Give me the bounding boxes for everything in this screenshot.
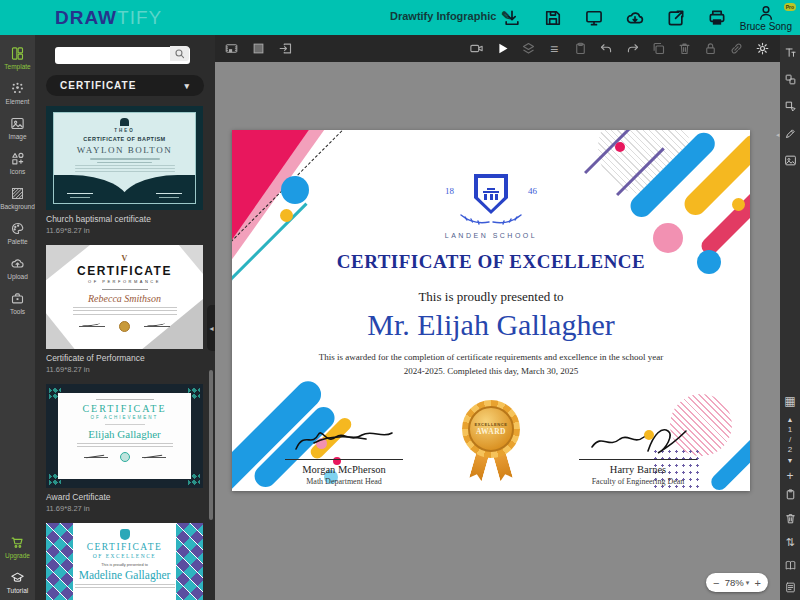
artboard-button[interactable] (250, 41, 266, 57)
list-view-button[interactable] (781, 578, 799, 596)
document-title-text: Drawtify Infographic (390, 10, 496, 22)
paste-button[interactable] (572, 41, 588, 57)
text-line-placeholder (75, 165, 175, 166)
record-button[interactable] (468, 41, 484, 57)
zoom-out-button[interactable]: − (713, 577, 719, 589)
clipboard-icon (573, 41, 588, 56)
presented-line[interactable]: This is proudly presented to (418, 289, 563, 305)
panel-scrollbar[interactable] (209, 370, 213, 520)
insert-button[interactable] (277, 41, 293, 57)
page-down-button[interactable]: ▼ (787, 457, 794, 464)
save-button[interactable] (541, 6, 565, 30)
layers-button[interactable] (520, 41, 536, 57)
lock-button[interactable] (702, 41, 718, 57)
image-tool-button[interactable] (781, 151, 799, 169)
template-thumb-performance[interactable]: V CERTIFICATE OF PERFORMANCE Rebecca Smi… (46, 245, 203, 349)
toolbar-right-group: ≡ (468, 41, 770, 57)
right-panel-collapse-handle[interactable]: ◂ (776, 131, 780, 139)
template-thumb-excellence[interactable]: CERTIFICATE OF EXCELLENCE This is proudl… (46, 523, 203, 600)
play-button[interactable] (494, 41, 510, 57)
sidebar-item-tools[interactable]: Tools (0, 286, 35, 321)
shape-tool-button[interactable] (781, 97, 799, 115)
film-frame-icon (224, 41, 239, 56)
sidebar-item-icons[interactable]: Icons (0, 146, 35, 181)
thumb-signature-row (79, 321, 170, 332)
zoom-in-button[interactable]: + (755, 577, 761, 589)
sidebar-item-image[interactable]: Image (0, 111, 35, 146)
undo-button[interactable] (598, 41, 614, 57)
reorder-pages-button[interactable]: ⇅ (781, 533, 799, 551)
align-button[interactable]: ≡ (546, 41, 562, 57)
duplicate-page-button[interactable] (781, 485, 799, 503)
text-line-placeholder (73, 314, 177, 315)
sidebar-item-element[interactable]: Element (0, 76, 35, 111)
category-dropdown[interactable]: CERTIFICATE ▾ (46, 75, 204, 96)
sidebar-item-template[interactable]: Template (0, 41, 35, 76)
toolbar-left-group (223, 41, 293, 57)
delete-button[interactable] (676, 41, 692, 57)
copy-icon (651, 41, 666, 56)
draw-tool-button[interactable] (781, 124, 799, 142)
text-tool-button[interactable] (781, 43, 799, 61)
download-tray-icon (502, 8, 522, 28)
printer-icon (707, 8, 727, 28)
sidebar-item-upload[interactable]: Upload (0, 251, 35, 286)
download-button[interactable] (623, 6, 647, 30)
thumb-signature-row (84, 452, 166, 462)
signature-placeholder (84, 457, 108, 458)
certificate-page[interactable]: 18 46 LANDEN SCHOOL CERTIFICATE OF EXCEL… (232, 130, 750, 491)
search-button[interactable] (170, 46, 189, 61)
sidebar-item-background[interactable]: Background (0, 181, 35, 216)
recipient-name[interactable]: Mr. Elijah Gallagher (367, 308, 614, 342)
zoom-value: 78% (725, 577, 744, 588)
zoom-level-dropdown[interactable]: 78% ▾ (725, 577, 750, 588)
link-icon (729, 41, 744, 56)
panel-collapse-handle[interactable]: ◂ (207, 305, 215, 351)
link-button[interactable] (728, 41, 744, 57)
badge-core: EXCELLENCE AWARD (468, 406, 514, 452)
print-button[interactable] (705, 6, 729, 30)
signature-placeholder (159, 197, 179, 198)
user-account[interactable]: Pro Bruce Song (740, 3, 792, 32)
canvas-toolbar: ≡ (215, 35, 780, 62)
grid-view-button[interactable]: ▦ (781, 392, 799, 410)
export-button[interactable] (664, 6, 688, 30)
signature-block-right[interactable]: Harry Barnes Faculty of Engineering Dean (563, 423, 713, 486)
save-template-button[interactable] (500, 6, 524, 30)
undo-icon (599, 41, 614, 56)
spread-view-button[interactable] (781, 556, 799, 574)
thumb-subtitle: OF EXCELLENCE (93, 553, 156, 559)
deco-wing (120, 175, 195, 203)
signer-name: Morgan McPherson (302, 464, 386, 475)
document-title[interactable]: Drawtify Infographic ✎ (390, 9, 511, 23)
signature-placeholder (156, 193, 182, 195)
certificate-title[interactable]: CERTIFICATE OF EXCELLENCE (337, 251, 646, 273)
template-thumb-achievement[interactable]: CERTIFICATE OF ACHIEVEMENT Elijah Gallag… (46, 384, 203, 488)
thumb-subtitle: OF ACHIEVEMENT (91, 415, 159, 420)
text-line-placeholder (77, 443, 173, 444)
canvas-settings-button[interactable] (223, 41, 239, 57)
background-hatch-icon (10, 186, 25, 201)
copy-button[interactable] (650, 41, 666, 57)
cloud-upload-icon (10, 256, 25, 271)
delete-page-button[interactable] (781, 509, 799, 527)
signature-block-left[interactable]: Morgan McPherson Math Department Head (269, 423, 419, 486)
canvas-area[interactable]: 18 46 LANDEN SCHOOL CERTIFICATE OF EXCEL… (215, 62, 780, 600)
sidebar-item-palette[interactable]: Palette (0, 216, 35, 251)
pen-icon (784, 127, 797, 140)
settings-button[interactable] (754, 41, 770, 57)
sidebar-item-tutorial[interactable]: Tutorial (0, 565, 35, 600)
header-actions (500, 6, 729, 30)
insert-icon (278, 41, 293, 56)
award-badge[interactable]: EXCELLENCE AWARD (453, 400, 529, 486)
user-name: Bruce Song (740, 21, 792, 32)
frame-tool-button[interactable] (781, 70, 799, 88)
page-up-button[interactable]: ▲ (787, 416, 794, 423)
template-thumb-baptism[interactable]: THEO CERTIFICATE OF BAPTISM WAYLON BOLTO… (46, 106, 203, 210)
sidebar-item-upgrade[interactable]: Upgrade (0, 530, 35, 565)
add-page-button[interactable]: + (786, 469, 793, 483)
preview-button[interactable] (582, 6, 606, 30)
body-text[interactable]: This is awarded for the completion of ce… (319, 351, 663, 378)
text-line-placeholder (75, 587, 175, 588)
redo-button[interactable] (624, 41, 640, 57)
